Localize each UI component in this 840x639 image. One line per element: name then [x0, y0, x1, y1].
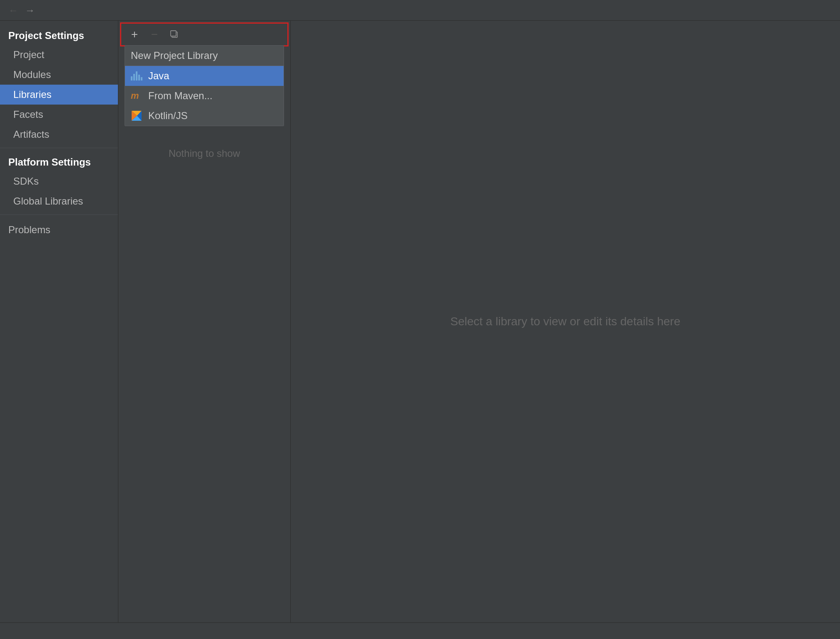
sidebar: Project Settings Project Modules Librari…: [0, 21, 118, 622]
new-library-dropdown: New Project Library Java m F: [125, 45, 284, 126]
sidebar-item-problems[interactable]: Problems: [0, 218, 118, 241]
dropdown-item-maven[interactable]: m From Maven...: [125, 86, 284, 106]
dropdown-item-java-label: Java: [148, 70, 169, 82]
back-arrow[interactable]: ←: [8, 5, 18, 16]
remove-library-button[interactable]: −: [146, 27, 163, 42]
sidebar-item-facets[interactable]: Facets: [0, 105, 118, 124]
dropdown-item-maven-label: From Maven...: [148, 90, 213, 102]
sidebar-item-modules[interactable]: Modules: [0, 65, 118, 85]
sidebar-item-artifacts[interactable]: Artifacts: [0, 124, 118, 144]
forward-arrow[interactable]: →: [25, 5, 35, 16]
bottom-bar: [0, 622, 840, 639]
add-library-button[interactable]: +: [126, 27, 143, 42]
dropdown-header: New Project Library: [125, 46, 284, 66]
copy-library-button[interactable]: [166, 27, 183, 42]
top-bar: ← →: [0, 0, 840, 21]
sidebar-divider: [0, 148, 118, 148]
middle-panel: + − New Project Library: [118, 21, 291, 622]
dropdown-item-java[interactable]: Java: [125, 66, 284, 86]
sidebar-item-project[interactable]: Project: [0, 45, 118, 65]
right-panel: Select a library to view or edit its det…: [291, 21, 840, 622]
sidebar-item-sdks[interactable]: SDKs: [0, 171, 118, 191]
maven-icon: m: [131, 90, 142, 101]
right-panel-message: Select a library to view or edit its det…: [450, 315, 680, 328]
dropdown-item-kotlin-label: Kotlin/JS: [148, 110, 188, 122]
platform-settings-title: Platform Settings: [0, 151, 118, 171]
sidebar-divider-2: [0, 215, 118, 215]
nothing-to-show-text: Nothing to show: [118, 131, 290, 176]
svg-rect-1: [171, 31, 176, 36]
copy-icon: [170, 30, 179, 39]
project-settings-title: Project Settings: [0, 25, 118, 45]
kotlin-icon: [131, 110, 142, 121]
main-container: Project Settings Project Modules Librari…: [0, 21, 840, 622]
java-icon: [131, 71, 142, 80]
sidebar-item-libraries[interactable]: Libraries: [0, 85, 118, 105]
dropdown-item-kotlin[interactable]: Kotlin/JS: [125, 106, 284, 126]
nothing-to-show-area: Nothing to show: [118, 131, 290, 176]
library-toolbar: + − New Project Library: [120, 22, 289, 46]
sidebar-item-global-libraries[interactable]: Global Libraries: [0, 191, 118, 211]
